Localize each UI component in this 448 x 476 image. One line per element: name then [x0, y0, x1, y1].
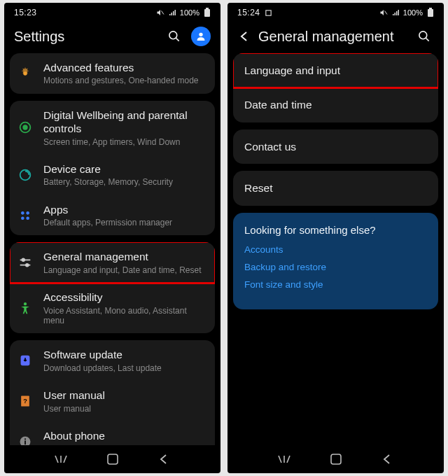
svg-point-10 [21, 211, 24, 215]
svg-line-35 [279, 456, 281, 463]
advanced-icon [17, 65, 34, 82]
row-subtitle: Status, Legal information, Phone name [43, 444, 206, 445]
promo-link[interactable]: Accounts [244, 244, 427, 255]
svg-text:?: ? [23, 398, 27, 405]
svg-point-33 [419, 31, 427, 39]
settings-row[interactable]: Software updateDownload updates, Last up… [10, 340, 215, 381]
promo-title: Looking for something else? [244, 224, 427, 236]
svg-point-11 [26, 211, 29, 215]
row-title: Device care [43, 162, 206, 176]
settings-row[interactable]: Device careBattery, Storage, Memory, Sec… [10, 155, 215, 195]
row-title: Contact us [244, 140, 296, 153]
promo-link[interactable]: Backup and restore [244, 262, 427, 272]
svg-rect-31 [428, 9, 433, 17]
row-title: Language and input [244, 64, 340, 77]
row-title: General management [43, 250, 206, 263]
row-title: Accessibility [43, 290, 206, 304]
status-battery: 100% [180, 8, 200, 17]
device-icon [17, 167, 34, 183]
settings-row[interactable]: Date and time [233, 88, 438, 122]
header: Settings [4, 22, 220, 53]
wellbeing-icon [17, 119, 34, 136]
battery-icon [204, 8, 211, 18]
svg-point-24 [24, 438, 26, 440]
mute-icon [156, 8, 164, 17]
nav-home[interactable] [328, 451, 344, 468]
row-title: Date and time [244, 98, 312, 111]
search-icon[interactable] [414, 27, 434, 46]
status-battery: 100% [403, 8, 423, 17]
svg-line-27 [64, 456, 66, 463]
page-title: Settings [14, 29, 64, 45]
svg-rect-2 [206, 8, 209, 9]
info-icon [17, 433, 34, 445]
nav-back[interactable] [379, 451, 396, 468]
row-title: User manual [43, 388, 206, 402]
svg-point-12 [21, 216, 24, 220]
settings-group: Contact us [233, 130, 438, 164]
battery-icon [427, 8, 434, 18]
nav-home[interactable] [104, 451, 121, 468]
svg-rect-29 [265, 10, 270, 15]
settings-row[interactable]: About phoneStatus, Legal information, Ph… [10, 421, 215, 445]
row-subtitle: Voice Assistant, Mono audio, Assistant m… [43, 306, 206, 326]
svg-line-25 [55, 456, 58, 463]
row-title: Apps [43, 203, 206, 216]
settings-row[interactable]: Contact us [233, 130, 438, 164]
svg-line-30 [384, 11, 387, 15]
settings-row[interactable]: AppsDefault apps, Permission manager [10, 195, 215, 236]
row-subtitle: Language and input, Date and time, Reset [43, 265, 206, 275]
svg-rect-1 [204, 9, 210, 17]
back-button[interactable] [237, 29, 251, 43]
settings-row[interactable]: Advanced featuresMotions and gestures, O… [10, 53, 215, 94]
nav-recents[interactable] [276, 451, 293, 468]
row-subtitle: Motions and gestures, One-handed mode [43, 76, 206, 85]
update-icon [17, 352, 34, 369]
svg-point-16 [22, 259, 24, 262]
row-subtitle: Download updates, Last update [43, 363, 206, 373]
row-title: Reset [244, 181, 273, 195]
promo-card: Looking for something else?AccountsBacku… [233, 213, 438, 309]
settings-row[interactable]: Digital Wellbeing and parental controlsS… [10, 101, 215, 155]
status-time: 15:24 [237, 8, 260, 18]
access-icon [17, 300, 34, 316]
nav-bar [227, 445, 444, 473]
row-title: About phone [43, 429, 206, 442]
settings-group: Advanced featuresMotions and gestures, O… [10, 53, 215, 94]
sliders-icon [17, 254, 34, 271]
svg-rect-32 [429, 8, 432, 9]
svg-point-5 [199, 33, 202, 36]
svg-point-13 [26, 216, 29, 220]
screen-general-management: 15:24 100% General management Language a… [227, 3, 444, 473]
svg-line-4 [176, 38, 179, 41]
status-bar: 15:24 100% [227, 3, 444, 22]
row-subtitle: Battery, Storage, Memory, Security [43, 177, 206, 187]
svg-line-34 [426, 38, 429, 41]
status-time: 15:23 [14, 8, 37, 18]
signal-icon [392, 8, 400, 17]
promo-link[interactable]: Font size and style [244, 279, 427, 290]
header: General management [227, 22, 444, 53]
settings-row[interactable]: Reset [233, 171, 438, 205]
row-subtitle: User manual [43, 404, 206, 414]
settings-group: Reset [233, 171, 438, 205]
svg-point-17 [26, 264, 29, 267]
screen-settings: 15:23 100% Settings Advanced featuresMot… [4, 3, 220, 473]
nav-recents[interactable] [52, 451, 69, 468]
nav-bar [4, 445, 220, 473]
settings-row[interactable]: AccessibilityVoice Assistant, Mono audio… [10, 283, 215, 333]
svg-point-3 [169, 31, 177, 39]
svg-line-37 [287, 456, 290, 463]
page-title: General management [258, 29, 393, 45]
settings-row[interactable]: Language and input [233, 53, 438, 88]
settings-group: Language and inputDate and time [233, 53, 438, 122]
row-title: Digital Wellbeing and parental controls [43, 108, 206, 136]
settings-list: Advanced featuresMotions and gestures, O… [4, 53, 220, 445]
settings-row[interactable]: General managementLanguage and input, Da… [10, 242, 215, 283]
settings-row[interactable]: ?User manualUser manual [10, 381, 215, 421]
nav-back[interactable] [155, 451, 172, 468]
apps-icon [17, 207, 34, 224]
status-bar: 15:23 100% [4, 3, 220, 22]
profile-avatar[interactable] [191, 27, 211, 46]
search-icon[interactable] [164, 27, 184, 46]
